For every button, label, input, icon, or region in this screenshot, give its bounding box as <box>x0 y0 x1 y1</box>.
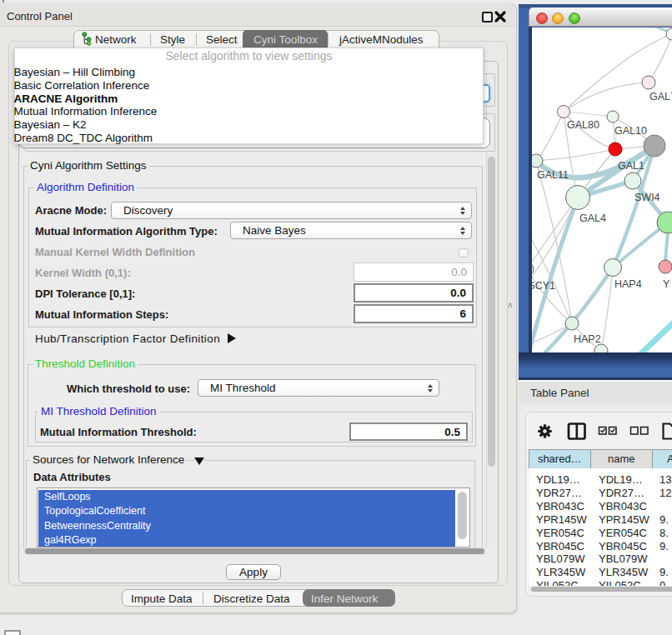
svg-text:HAP2: HAP2 <box>574 333 601 345</box>
svg-text:Y: Y <box>663 278 670 290</box>
svg-text:GCY1: GCY1 <box>532 280 555 292</box>
svg-text:GAL11: GAL11 <box>537 169 569 181</box>
svg-text:GAL4: GAL4 <box>579 212 606 224</box>
svg-text:HAP4: HAP4 <box>614 278 642 290</box>
svg-text:SWI4: SWI4 <box>634 192 660 203</box>
svg-text:GAL80: GAL80 <box>567 119 599 131</box>
svg-text:GAL7: GAL7 <box>649 91 672 102</box>
svg-text:GAL10: GAL10 <box>614 125 647 137</box>
svg-text:GAL1: GAL1 <box>618 160 644 172</box>
